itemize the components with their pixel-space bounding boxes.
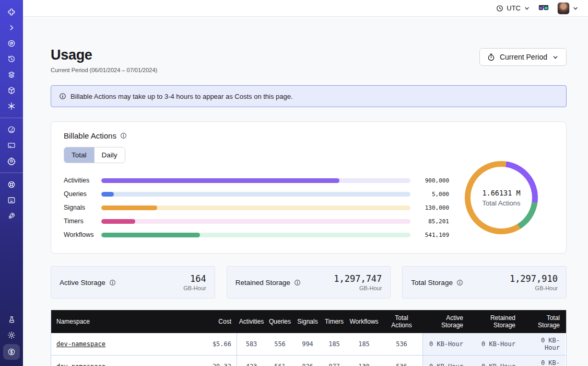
usage-gauge-icon[interactable] — [4, 123, 19, 136]
bar-value: 541,109 — [417, 232, 449, 238]
cell-signals: 826 — [294, 356, 321, 366]
active-storage-label: Active Storage — [60, 279, 105, 287]
nexus-asterisk-icon[interactable] — [4, 99, 19, 113]
timezone-label: UTC — [507, 4, 521, 12]
chevron-down-icon — [552, 54, 559, 61]
bar-row-queries: Queries 5,000 — [64, 187, 449, 201]
bar-value: 130,000 — [417, 204, 449, 211]
total-actions-donut-chart: 1.66131 M Total Actions — [465, 161, 538, 234]
cell-queries: 561 — [266, 356, 294, 366]
bar-value: 85,201 — [417, 218, 449, 225]
table-header-row: Namespace Cost Activities Queries Signal… — [51, 310, 566, 333]
bar-fill — [101, 205, 157, 210]
donut-total-value: 1.66131 M — [482, 189, 520, 197]
period-button-label: Current Period — [500, 53, 547, 61]
retained-storage-label: Retained Storage — [236, 279, 290, 287]
pricing-dollar-icon[interactable] — [3, 344, 20, 360]
support-lifebuoy-icon[interactable] — [4, 178, 19, 191]
sidebar-divider — [0, 118, 23, 118]
cell-cost: 29.32 — [192, 356, 237, 366]
deployments-layers-icon[interactable] — [4, 68, 19, 82]
cell-activities: 583 — [237, 333, 266, 355]
bar-track — [101, 219, 410, 224]
cell-timers: 877 — [321, 356, 347, 366]
info-icon[interactable] — [109, 279, 116, 286]
bar-fill — [101, 178, 339, 183]
temporal-logo-icon[interactable] — [4, 5, 19, 19]
timezone-selector[interactable]: UTC — [496, 4, 530, 12]
bar-track — [101, 233, 410, 237]
clock-icon — [496, 5, 503, 12]
info-icon[interactable] — [294, 279, 301, 286]
info-icon[interactable] — [120, 132, 127, 139]
banner-text: Billable Actions may take up to 3-4 hour… — [70, 93, 293, 100]
info-icon[interactable] — [456, 279, 463, 286]
cell-total-actions: 536 — [381, 356, 422, 366]
stopwatch-icon — [487, 53, 495, 61]
donut-center: 1.66131 M Total Actions — [471, 167, 532, 228]
donut-total-label: Total Actions — [483, 199, 521, 207]
col-timers: Timers — [321, 310, 347, 333]
col-queries: Queries — [266, 310, 294, 333]
info-icon — [59, 93, 66, 100]
retained-storage-card: Retained Storage 1,297,747 GB-Hour — [227, 266, 391, 299]
cell-activities: 423 — [237, 356, 266, 366]
total-storage-unit: GB-Hour — [510, 285, 558, 291]
col-retained-storage: Retained Storage — [468, 310, 521, 333]
cell-queries: 556 — [266, 333, 294, 355]
bar-fill — [101, 233, 200, 237]
glasses-icon[interactable] — [538, 5, 549, 12]
cell-signals: 994 — [294, 333, 321, 355]
col-workflows: Workflows — [347, 310, 381, 333]
user-menu[interactable] — [557, 2, 579, 15]
total-daily-tabs: Total Daily — [64, 147, 125, 163]
expand-sidebar-icon[interactable] — [4, 21, 19, 35]
retained-storage-unit: GB-Hour — [334, 285, 382, 291]
bar-label: Activities — [64, 177, 97, 184]
bar-label: Signals — [64, 204, 97, 211]
bar-value: 5,000 — [417, 191, 449, 198]
namespaces-icon[interactable] — [4, 37, 19, 50]
bar-label: Timers — [64, 218, 97, 225]
user-avatar[interactable] — [557, 2, 570, 15]
col-cost: Cost — [192, 310, 237, 333]
active-storage-value: 164 — [183, 273, 206, 284]
bar-fill — [101, 192, 114, 197]
active-storage-unit: GB-Hour — [183, 285, 206, 291]
table-row: dev-namespace $5.66 583 556 994 185 185 … — [51, 333, 566, 356]
cell-workflows: 130 — [347, 356, 381, 366]
getting-started-rocket-icon[interactable] — [4, 209, 19, 223]
billable-bar-chart: Activities 900,000 Queries 5,000 Signals — [64, 174, 449, 242]
cell-workflows: 185 — [347, 333, 381, 355]
period-selector-button[interactable]: Current Period — [479, 48, 567, 66]
page-title: Usage — [51, 47, 157, 63]
billable-actions-card: Billable Actions Total Daily Activities — [51, 121, 567, 254]
col-activities: Activities — [237, 310, 266, 333]
bar-row-signals: Signals 130,000 — [64, 201, 449, 214]
namespace-link[interactable]: dev-namespace — [56, 340, 105, 348]
namespace-link[interactable]: dev-namespace — [56, 363, 105, 366]
tab-total[interactable]: Total — [64, 147, 94, 163]
settings-gear-icon[interactable] — [4, 154, 19, 168]
theme-sun-icon[interactable] — [4, 328, 19, 342]
workers-cube-icon[interactable] — [4, 84, 19, 97]
bar-row-workflows: Workflows 541,109 — [64, 228, 449, 242]
chevron-down-icon — [572, 5, 579, 12]
billing-card-icon[interactable] — [4, 139, 19, 152]
feedback-icon[interactable] — [4, 193, 19, 207]
page-subtitle: Current Period (06/01/2024 – 07/01/2024) — [51, 67, 157, 73]
total-storage-card: Total Storage 1,297,910 GB-Hour — [402, 266, 567, 299]
donut-column: 1.66131 M Total Actions — [449, 140, 554, 242]
labs-flask-icon[interactable] — [4, 313, 19, 326]
chevron-down-icon — [524, 5, 530, 12]
cell-retained-storage: 0 KB-Hour — [468, 333, 521, 355]
bar-track — [101, 192, 410, 197]
sidebar — [0, 0, 23, 366]
schedules-icon[interactable] — [4, 52, 19, 66]
main-content: Usage Current Period (06/01/2024 – 07/01… — [23, 17, 588, 366]
tab-daily[interactable]: Daily — [94, 147, 125, 163]
active-storage-card: Active Storage 164 GB-Hour — [51, 266, 215, 299]
table-row: dev-namespace 29.32 423 561 826 877 130 … — [51, 356, 566, 366]
storage-summary-row: Active Storage 164 GB-Hour Retained Stor… — [51, 266, 567, 299]
retained-storage-value: 1,297,747 — [334, 273, 382, 284]
